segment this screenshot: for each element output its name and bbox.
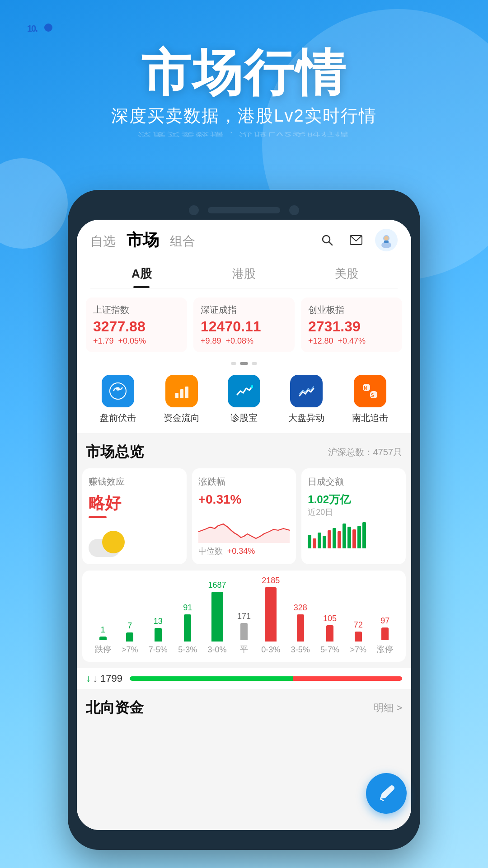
- dist-col-10: 97 涨停: [377, 616, 393, 655]
- tool-zijin[interactable]: 资金流向: [164, 375, 200, 424]
- svg-rect-10: [180, 389, 183, 398]
- index-value-cy: 2731.39: [308, 319, 395, 335]
- nav-left: 自选 市场 组合: [90, 229, 195, 251]
- dist-bar-1: [126, 632, 133, 642]
- tool-panqian[interactable]: 盘前伏击: [100, 375, 136, 424]
- index-value-sz: 12470.11: [201, 319, 287, 335]
- avatar-icon[interactable]: [375, 229, 398, 251]
- market-overview-title: 市场总览: [86, 442, 144, 462]
- dist-label-10: 涨停: [377, 644, 393, 655]
- index-change-sh: +1.79 +0.05%: [93, 336, 180, 346]
- red-underline: [89, 516, 107, 518]
- dist-bar-6: [265, 587, 277, 642]
- card-daily-vol[interactable]: 日成交额 1.02万亿 近20日: [301, 468, 406, 564]
- card-value-money: 略好: [89, 492, 180, 514]
- vol-bar: [352, 529, 356, 548]
- phone-speaker: [208, 207, 280, 213]
- dist-val-3: 91: [183, 603, 192, 613]
- tool-nanbeizhuiyu[interactable]: N S 南北追击: [352, 375, 388, 424]
- quick-tools: 盘前伏击 资金流向: [77, 368, 411, 433]
- mail-icon[interactable]: [346, 230, 366, 250]
- svg-point-8: [116, 387, 120, 391]
- card-money-effect[interactable]: 赚钱效应 略好: [82, 468, 187, 564]
- tab-hk-stock[interactable]: 港股: [193, 259, 296, 288]
- progress-section: ↓ ↓ 1799: [77, 668, 411, 689]
- svg-rect-9: [175, 393, 178, 398]
- vol-bar: [357, 526, 361, 548]
- vol-bar: [343, 524, 346, 548]
- market-overview-header: 市场总览 沪深总数：4757只: [77, 433, 411, 468]
- card-value-vol: 1.02万亿: [308, 492, 399, 507]
- dist-val-10: 97: [380, 616, 389, 626]
- vol-bar: [338, 531, 341, 548]
- nav-item-shichang[interactable]: 市场: [127, 229, 159, 251]
- card-near20: 近20日: [308, 507, 399, 518]
- index-card-sz[interactable]: 深证成指 12470.11 +9.89 +0.08%: [193, 297, 295, 352]
- index-change-cy: +12.80 +0.47%: [308, 336, 395, 346]
- tool-zhengubao[interactable]: 诊股宝: [228, 375, 260, 424]
- tab-a-stock[interactable]: A股: [90, 259, 193, 288]
- hero-title: 市场行情: [0, 45, 488, 100]
- market-overview-subtitle: 沪深总数：4757只: [328, 446, 403, 458]
- hero-section: 市场行情 深度买卖数据，港股Lv2实时行情 深度买卖数据，港股Lv2实时行情: [0, 45, 488, 142]
- tool-icon-dapan: [290, 375, 323, 407]
- north-capital-header: 北向资金 明细 >: [77, 689, 411, 722]
- tool-label-panqian: 盘前伏击: [100, 412, 136, 424]
- phone-camera-right: [289, 205, 299, 215]
- index-card-sh[interactable]: 上证指数 3277.88 +1.79 +0.05%: [86, 297, 187, 352]
- dist-col-6: 2185 0-3%: [261, 576, 280, 655]
- dist-label-7: 3-5%: [291, 645, 310, 655]
- dist-bar-7: [297, 614, 304, 642]
- progress-bar-track: [130, 676, 402, 681]
- index-value-sh: 3277.88: [93, 319, 180, 335]
- tool-dapan[interactable]: 大盘异动: [288, 375, 324, 424]
- dist-col-7: 328 3-5%: [291, 603, 310, 655]
- dist-val-0: 1: [101, 625, 105, 635]
- card-label-vol: 日成交额: [308, 476, 399, 488]
- progress-val: ↓ 1799: [93, 673, 122, 684]
- card-sublabel-median: 中位数 +0.34%: [198, 546, 290, 557]
- vol-bar: [333, 528, 336, 548]
- market-tabs: A股 港股 美股: [90, 259, 398, 288]
- phone-screen: 自选 市场 组合: [77, 220, 411, 830]
- dist-bar-5: [240, 623, 248, 640]
- dist-bars: 1 跌停 7 >7% 13 7-5%: [89, 582, 399, 655]
- search-icon[interactable]: [317, 230, 337, 250]
- dist-bar-4: [211, 592, 223, 642]
- tool-icon-zijin: [165, 375, 198, 407]
- card-label-money: 赚钱效应: [89, 476, 180, 488]
- dist-val-8: 105: [323, 614, 337, 623]
- version-dot: [44, 24, 52, 32]
- version-number: 10: [27, 24, 35, 33]
- dist-val-5: 171: [237, 612, 251, 621]
- index-card-cy[interactable]: 创业板指 2731.39 +12.80 +0.47%: [301, 297, 402, 352]
- dist-val-2: 13: [154, 617, 163, 626]
- tab-us-stock[interactable]: 美股: [295, 259, 398, 288]
- progress-bar-fill: [130, 676, 402, 681]
- sun-shape: [102, 531, 125, 553]
- hero-subtitle-mirror: 深度买卖数据，港股Lv2实时行情: [0, 130, 488, 137]
- north-capital-title: 北向资金: [86, 698, 144, 718]
- dist-col-9: 72 >7%: [350, 620, 366, 655]
- card-rise-fall[interactable]: 涨跌幅 +0.31% 中位数 +0.34%: [192, 468, 296, 564]
- dist-col-4: 1687 3-0%: [208, 580, 227, 655]
- index-name-sh: 上证指数: [93, 304, 180, 316]
- svg-point-7: [110, 383, 126, 399]
- hero-subtitle: 深度买卖数据，港股Lv2实时行情: [0, 104, 488, 127]
- fab-button[interactable]: [366, 773, 407, 814]
- dist-label-9: >7%: [350, 645, 366, 655]
- nav-item-zuhe[interactable]: 组合: [170, 233, 195, 250]
- version-period: .: [35, 24, 37, 33]
- pagination-dots: [77, 359, 411, 368]
- phone-camera-left: [189, 205, 199, 215]
- detail-link[interactable]: 明细 >: [374, 701, 402, 715]
- app-content: 自选 市场 组合: [77, 220, 411, 830]
- dist-val-9: 72: [354, 620, 363, 630]
- dist-label-3: 5-3%: [178, 645, 197, 655]
- tool-label-nanbeizhuiji: 南北追击: [352, 412, 388, 424]
- dist-bar-8: [326, 625, 333, 642]
- vol-bar: [328, 530, 331, 548]
- nav-item-zixuan[interactable]: 自选: [90, 233, 116, 250]
- card-label-risefal: 涨跌幅: [198, 476, 290, 488]
- svg-point-5: [384, 236, 389, 241]
